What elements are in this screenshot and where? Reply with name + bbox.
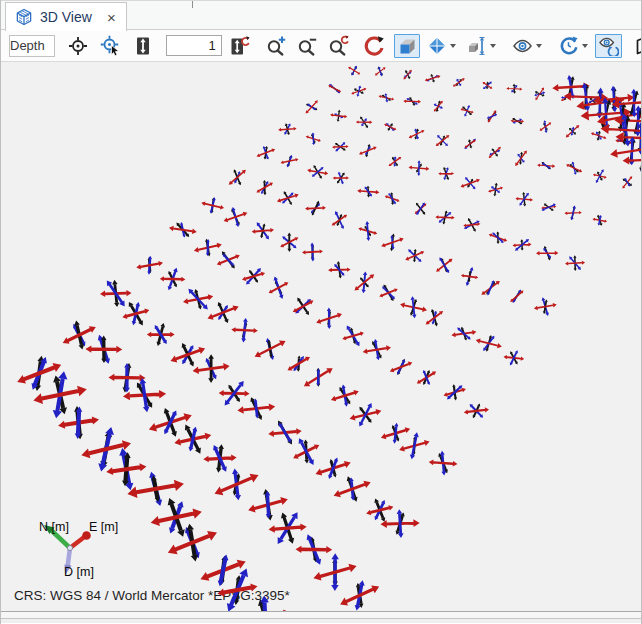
window-resize-strip[interactable] [1, 618, 641, 623]
chevron-down-icon [490, 44, 496, 48]
eye-rotate-icon [598, 35, 619, 56]
zoom-reset-button[interactable] [325, 34, 352, 58]
axis-origin [67, 545, 72, 550]
chevron-down-icon [450, 44, 456, 48]
3d-view-window: 3D View × Depth [0, 0, 642, 624]
reset-rotation-button[interactable] [360, 34, 388, 58]
map-icon [635, 36, 642, 56]
tab-3d-view[interactable]: 3D View × [5, 2, 127, 31]
reset-vertical-exaggeration-button[interactable] [226, 34, 253, 58]
scale-cube-dropdown[interactable] [463, 34, 499, 58]
zoom-out-button[interactable] [294, 34, 321, 58]
zoom-reset-icon [328, 35, 349, 56]
tab-title: 3D View [40, 9, 92, 25]
depth-mode-combo[interactable]: Depth [9, 35, 55, 57]
fit-extents-dropdown[interactable] [424, 34, 459, 58]
vertical-scale-input[interactable] [166, 35, 222, 56]
3d-viewport[interactable]: CRS: WGS 84 / World Mercator *EPSG:3395*… [1, 62, 641, 611]
center-view-button[interactable] [65, 34, 91, 58]
eye-icon [512, 36, 533, 56]
axis-e-label: E [m] [89, 520, 118, 534]
axis-d-label: D [m] [64, 565, 94, 579]
chevron-down-icon [536, 44, 542, 48]
axis-triad: N [m] E [m] D [m] [39, 520, 118, 579]
window-edge-strip [1, 611, 641, 618]
chevron-down-icon [582, 44, 588, 48]
rotate-time-icon [558, 35, 579, 56]
autorotate-dropdown[interactable] [555, 34, 591, 58]
center-on-cursor-button[interactable] [97, 34, 124, 58]
rotate-reset-icon [363, 35, 385, 57]
target-icon [68, 36, 88, 56]
zoom-out-icon [297, 35, 318, 56]
stretch-vertical-icon [133, 36, 153, 56]
zoom-in-button[interactable] [263, 34, 290, 58]
cube-axes-icon [466, 36, 487, 56]
crs-status-text: CRS: WGS 84 / World Mercator *EPSG:3395* [14, 588, 291, 603]
cube-3d-icon [15, 8, 33, 26]
stretch-reset-icon [229, 35, 250, 56]
zoom-in-icon [266, 35, 287, 56]
diamond-extents-icon [427, 36, 447, 56]
toolbar: Depth [1, 30, 641, 62]
vertical-exaggeration-button[interactable] [130, 34, 156, 58]
scene-canvas: CRS: WGS 84 / World Mercator *EPSG:3395*… [1, 62, 642, 611]
target-cursor-icon [100, 35, 121, 56]
basemap-dropdown[interactable] [632, 34, 642, 58]
visibility-dropdown[interactable] [509, 34, 545, 58]
tab-bar: 3D View × [1, 0, 641, 30]
close-icon[interactable]: × [107, 10, 116, 25]
perspective-toggle-button[interactable] [394, 34, 420, 58]
cube-view-icon [397, 36, 417, 56]
orbit-toggle-button[interactable] [595, 34, 622, 58]
pane-divider [192, 1, 193, 8]
axis-n-label: N [m] [39, 520, 69, 534]
